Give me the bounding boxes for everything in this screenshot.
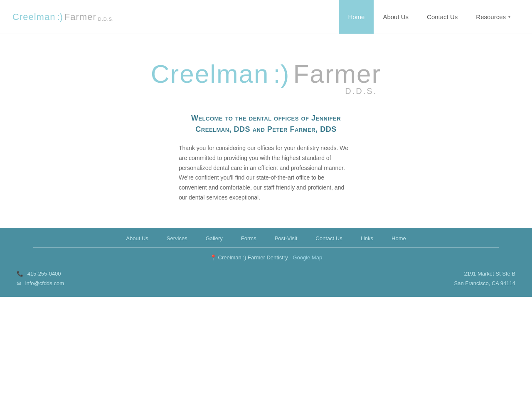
footer-map-link[interactable]: Google Map <box>293 254 322 261</box>
footer-address-line1: 2191 Market St Ste B <box>454 269 515 278</box>
hero-logo-dds: D.D.S. <box>151 86 381 96</box>
footer-map: 📍 Creelman :) Farmer Dentistry - Google … <box>0 248 532 266</box>
footer-email: ✉ info@cfdds.com <box>17 278 64 288</box>
hero-logo-smile: :) <box>273 59 289 89</box>
footer-nav-contact[interactable]: Contact Us <box>306 235 351 241</box>
nav-logo-dds: D.D.S. <box>98 17 114 22</box>
hero-title: Welcome to the dental offices of Jennife… <box>179 113 353 135</box>
location-icon: 📍 <box>210 254 217 261</box>
footer-nav-links[interactable]: Links <box>352 235 382 241</box>
nav-about[interactable]: About Us <box>374 0 418 34</box>
footer-map-text: Creelman :) Farmer Dentistry - <box>218 254 291 261</box>
footer-nav-gallery[interactable]: Gallery <box>197 235 232 241</box>
hero-logo-farmer: Farmer <box>293 59 381 89</box>
footer-contact-right: 2191 Market St Ste B San Francisco, CA 9… <box>454 269 515 288</box>
footer: About Us Services Gallery Forms Post-Vis… <box>0 228 532 297</box>
nav-logo-creelman: Creelman <box>12 12 55 22</box>
footer-nav-postvisit[interactable]: Post-Visit <box>266 235 307 241</box>
navbar: Creelman :) Farmer D.D.S. Home About Us … <box>0 0 532 34</box>
footer-nav-services[interactable]: Services <box>158 235 197 241</box>
chevron-down-icon: ▾ <box>508 15 510 19</box>
nav-logo-farmer: Farmer <box>64 12 96 22</box>
hero-section: Creelman :) Farmer D.D.S. Welcome to the… <box>0 34 532 228</box>
nav-logo: Creelman :) Farmer D.D.S. <box>12 12 114 22</box>
hero-logo-top: Creelman :) Farmer <box>151 59 381 89</box>
footer-address-line2: San Francisco, CA 94114 <box>454 278 515 288</box>
footer-nav-forms[interactable]: Forms <box>232 235 266 241</box>
hero-logo-creelman: Creelman <box>151 59 269 89</box>
footer-nav-about[interactable]: About Us <box>117 235 157 241</box>
nav-logo-smile: :) <box>57 12 62 22</box>
nav-resources[interactable]: Resources ▾ <box>467 0 520 34</box>
email-icon: ✉ <box>17 280 21 286</box>
nav-contact[interactable]: Contact Us <box>418 0 467 34</box>
footer-contact-left: 📞 415-255-0400 ✉ info@cfdds.com <box>17 269 64 288</box>
hero-body: Thank you for considering our offices fo… <box>179 143 353 203</box>
nav-resources-label: Resources <box>476 13 506 20</box>
phone-icon: 📞 <box>17 271 23 277</box>
hero-logo: Creelman :) Farmer D.D.S. <box>151 59 381 96</box>
hero-content: Welcome to the dental offices of Jennife… <box>179 113 353 203</box>
nav-links: Home About Us Contact Us Resources ▾ <box>339 0 520 34</box>
footer-nav: About Us Services Gallery Forms Post-Vis… <box>0 228 532 247</box>
footer-bottom: 📞 415-255-0400 ✉ info@cfdds.com 2191 Mar… <box>0 266 532 297</box>
nav-home[interactable]: Home <box>339 0 374 34</box>
footer-phone: 📞 415-255-0400 <box>17 269 64 278</box>
footer-nav-home[interactable]: Home <box>382 235 415 241</box>
